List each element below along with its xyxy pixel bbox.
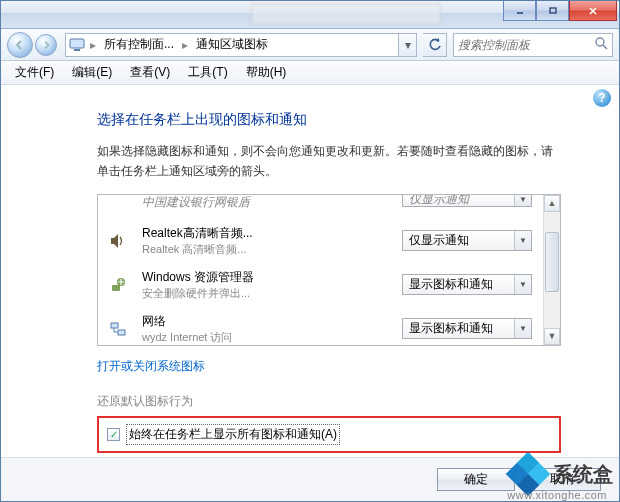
chevron-down-icon: ▼ [514,231,531,250]
chevron-down-icon: ▼ [514,319,531,338]
page-description: 如果选择隐藏图标和通知，则不会向您通知更改和更新。若要随时查看隐藏的图标，请单击… [97,141,561,182]
titlebar [1,1,619,29]
refresh-button[interactable] [423,33,447,57]
watermark-url: www.xitonghe.com [507,489,607,501]
item-subtitle: wydz Internet 访问 [142,330,390,345]
monitor-icon [66,38,88,52]
item-title: Windows 资源管理器 [142,269,390,286]
cancel-button[interactable]: 取消 [523,468,601,491]
item-title: Realtek高清晰音频... [142,225,390,242]
network-icon [108,319,128,339]
behavior-select[interactable]: 显示图标和通知▼ [402,318,532,339]
menu-tools[interactable]: 工具(T) [180,62,235,83]
window-buttons [503,1,617,21]
content-area: ? 选择在任务栏上出现的图标和通知 如果选择隐藏图标和通知，则不会向您通知更改和… [1,87,619,501]
svg-rect-5 [74,49,80,51]
scrollbar[interactable]: ▲ ▼ [543,195,560,345]
chevron-down-icon: ▼ [514,275,531,294]
svg-rect-8 [112,285,120,291]
svg-point-6 [596,38,604,46]
item-subtitle: 安全删除硬件并弹出... [142,286,390,301]
list-item: Windows 资源管理器 安全删除硬件并弹出... 显示图标和通知▼ [98,263,542,307]
scroll-down-button[interactable]: ▼ [544,328,560,345]
item-title: 网络 [142,313,390,330]
search-input[interactable] [458,38,591,52]
behavior-select[interactable]: 仅显示通知▼ [402,230,532,251]
help-icon[interactable]: ? [593,89,611,107]
item-title: 中国建设银行网银盾 [142,195,390,212]
forward-button[interactable] [35,34,57,56]
list-item: 中国建设银行网银盾 仅显示通知▼ [98,195,542,219]
minimize-button[interactable] [503,1,536,21]
breadcrumb-2[interactable]: 通知区域图标 [190,34,274,56]
control-panel-window: ▸ 所有控制面... ▸ 通知区域图标 ▾ 文件(F) 编辑(E) 查看(V) … [0,0,620,502]
select-value: 仅显示通知 [409,195,469,207]
menu-edit[interactable]: 编辑(E) [64,62,120,83]
icon-list: 中国建设银行网银盾 仅显示通知▼ Realtek高清晰音频... Realtek… [97,194,561,346]
maximize-button[interactable] [536,1,569,21]
select-value: 显示图标和通知 [409,276,493,293]
search-icon [595,37,608,53]
search-box[interactable] [453,33,613,57]
always-show-checkbox[interactable]: ✓ [107,428,120,441]
page-title: 选择在任务栏上出现的图标和通知 [97,111,591,129]
scroll-up-button[interactable]: ▲ [544,195,560,212]
item-subtitle: Realtek 高清晰音频... [142,242,390,257]
app-icon [108,195,128,213]
scroll-track[interactable] [544,212,560,328]
always-show-label: 始终在任务栏上显示所有图标和通知(A) [126,424,340,445]
svg-rect-4 [70,39,84,48]
select-value: 显示图标和通知 [409,320,493,337]
select-value: 仅显示通知 [409,232,469,249]
usb-eject-icon [108,275,128,295]
restore-defaults-label: 还原默认图标行为 [97,393,591,410]
close-button[interactable] [569,1,617,21]
list-item: Realtek高清晰音频... Realtek 高清晰音频... 仅显示通知▼ [98,219,542,263]
scroll-thumb[interactable] [545,232,559,292]
menu-view[interactable]: 查看(V) [122,62,178,83]
breadcrumb-1[interactable]: 所有控制面... [98,34,180,56]
speaker-icon [108,231,128,251]
chevron-down-icon: ▼ [514,195,531,206]
svg-rect-1 [550,8,556,13]
icon-list-inner: 中国建设银行网银盾 仅显示通知▼ Realtek高清晰音频... Realtek… [98,195,542,345]
list-item: 网络 wydz Internet 访问 显示图标和通知▼ [98,307,542,345]
svg-rect-10 [111,323,118,328]
menu-help[interactable]: 帮助(H) [238,62,295,83]
svg-rect-11 [118,330,125,335]
menu-file[interactable]: 文件(F) [7,62,62,83]
system-icons-link[interactable]: 打开或关闭系统图标 [97,358,205,375]
menu-bar: 文件(F) 编辑(E) 查看(V) 工具(T) 帮助(H) [1,61,619,85]
nav-bar: ▸ 所有控制面... ▸ 通知区域图标 ▾ [1,29,619,61]
address-dropdown-button[interactable]: ▾ [398,34,416,56]
nav-arrows [7,32,59,58]
breadcrumb-sep-icon: ▸ [88,38,98,52]
ok-button[interactable]: 确定 [437,468,515,491]
window-title-blur [251,3,441,25]
back-button[interactable] [7,32,33,58]
always-show-highlight: ✓ 始终在任务栏上显示所有图标和通知(A) [97,416,561,453]
breadcrumb-sep-icon: ▸ [180,38,190,52]
behavior-select[interactable]: 显示图标和通知▼ [402,274,532,295]
behavior-select[interactable]: 仅显示通知▼ [402,195,532,207]
address-bar[interactable]: ▸ 所有控制面... ▸ 通知区域图标 ▾ [65,33,417,57]
svg-line-7 [603,45,607,49]
